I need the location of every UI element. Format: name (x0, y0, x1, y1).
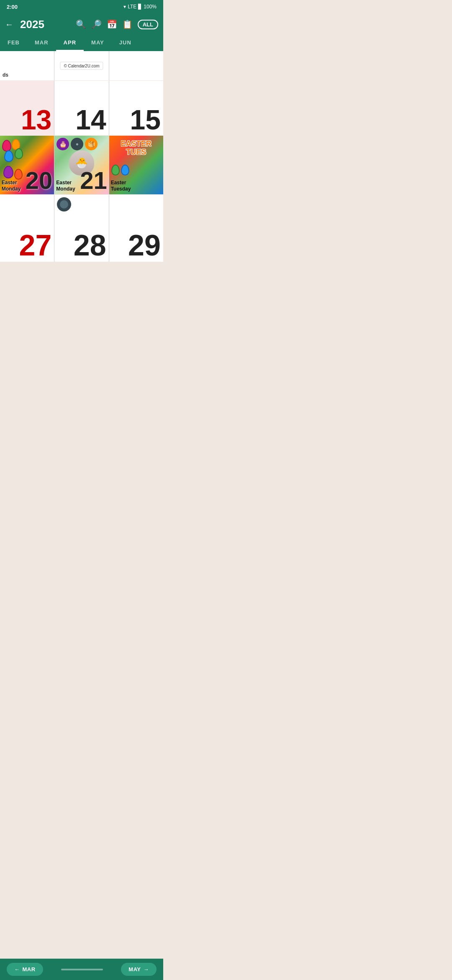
toolbar: ← 2025 🔍 🔎 📅 📋 ALL (0, 13, 163, 35)
date-13: 13 (21, 106, 51, 134)
cell-28[interactable]: 28 (54, 195, 108, 262)
birthday-icon: 🎂 (56, 138, 69, 150)
egg-3 (4, 150, 13, 162)
egg-1 (2, 140, 11, 152)
footer-spacer (0, 262, 163, 291)
battery-icon: ▊ (138, 4, 142, 10)
status-icons: ▾ LTE ▊ 100% (123, 4, 157, 10)
date-15: 15 (130, 106, 161, 134)
partial-row-top: ds © Calendar2U.com (0, 51, 163, 80)
tab-may[interactable]: MAY (84, 35, 112, 51)
cell-21-icons: 🎂 ● 🥞 (56, 138, 98, 150)
cell-15[interactable]: 15 (109, 81, 163, 135)
copyright-overlay: © Calendar2U.com (60, 62, 103, 70)
date-27: 27 (19, 231, 51, 260)
row-20-22: EasterMonday 20 🐣 🎂 ● 🥞 EasterMonday 21 (0, 136, 163, 194)
toolbar-icons: 🔍 🔎 📅 📋 ALL (76, 19, 158, 29)
cell-13[interactable]: 13 (0, 81, 54, 135)
cell-22[interactable]: EASTERTUES EasterTuesday (109, 136, 163, 194)
wifi-icon: ▾ (123, 4, 126, 10)
month-tabs: FEB MAR APR MAY JUN (0, 35, 163, 51)
cell-label-ds: ds (3, 72, 8, 78)
row-27-29: 27 28 29 (0, 195, 163, 262)
egg-6 (14, 169, 23, 180)
status-time: 2:00 (7, 4, 18, 10)
tuesday-text: EASTERTUES (110, 140, 162, 157)
cell-27[interactable]: 27 (0, 195, 54, 262)
status-bar: 2:00 ▾ LTE ▊ 100% (0, 0, 163, 13)
egg-5 (3, 166, 13, 178)
moon-icon-28 (57, 197, 71, 211)
row-13-15: 13 14 15 (0, 81, 163, 135)
all-button[interactable]: ALL (138, 20, 158, 29)
pancake-icon: 🥞 (85, 138, 98, 150)
tab-feb[interactable]: FEB (0, 35, 27, 51)
egg-t2 (121, 165, 129, 175)
moon-inner (60, 200, 68, 209)
list-icon[interactable]: 📋 (122, 19, 133, 29)
cell-21[interactable]: 🐣 🎂 ● 🥞 EasterMonday 21 (54, 136, 108, 194)
date-20: 20 (26, 168, 53, 193)
tab-mar[interactable]: MAR (27, 35, 56, 51)
cell-partial-right[interactable] (109, 51, 163, 80)
date-29: 29 (128, 231, 161, 260)
cell-partial-left[interactable]: ds (0, 51, 54, 80)
zoom-out-icon[interactable]: 🔎 (91, 19, 102, 29)
calendar-icon[interactable]: 📅 (107, 19, 117, 29)
battery-percent: 100% (144, 4, 157, 10)
moon-icon-21: ● (71, 138, 83, 150)
date-14: 14 (75, 106, 106, 134)
cell-partial-mid[interactable]: © Calendar2U.com (54, 51, 108, 80)
cell-22-label: EasterTuesday (111, 180, 131, 192)
tab-apr[interactable]: APR (56, 35, 84, 51)
cell-20-label: EasterMonday (2, 180, 21, 192)
date-21: 21 (80, 168, 107, 193)
egg-4 (15, 148, 23, 159)
cell-20[interactable]: EasterMonday 20 (0, 136, 54, 194)
cell-21-label: EasterMonday (56, 180, 75, 192)
date-28: 28 (74, 231, 106, 260)
back-button[interactable]: ← (5, 20, 13, 29)
signal-strength: LTE (128, 4, 136, 10)
year-label: 2025 (20, 18, 72, 31)
zoom-in-icon[interactable]: 🔍 (76, 19, 86, 29)
cell-29[interactable]: 29 (109, 195, 163, 262)
cell-14[interactable]: 14 (54, 81, 108, 135)
tab-jun[interactable]: JUN (112, 35, 139, 51)
egg-t1 (111, 165, 120, 175)
